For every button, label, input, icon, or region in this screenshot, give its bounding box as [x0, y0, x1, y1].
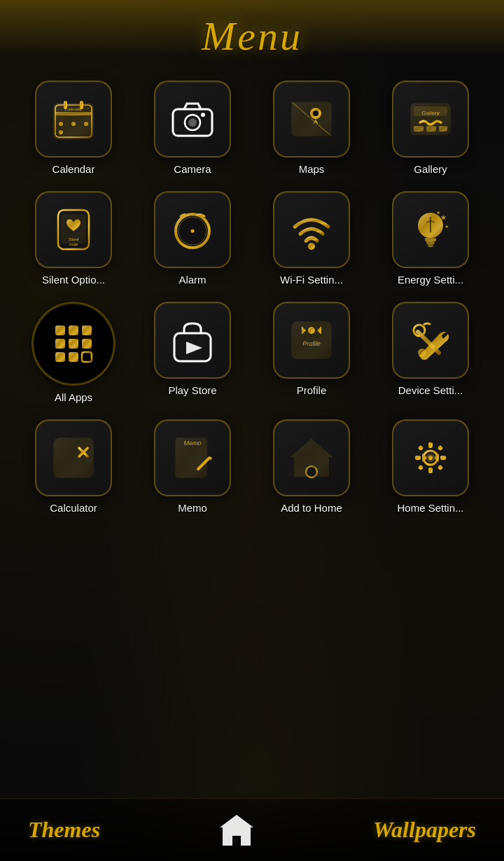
app-item-devicesettings[interactable]: Device Setti... [371, 295, 490, 412]
addtohome-icon-wrap [273, 419, 350, 496]
svg-rect-57 [55, 339, 65, 349]
svg-point-24 [313, 111, 318, 116]
svg-text:mode: mode [69, 242, 78, 246]
svg-rect-102 [418, 465, 424, 470]
homesettings-icon [405, 433, 456, 483]
svg-rect-58 [69, 339, 78, 349]
playstore-icon [167, 315, 218, 365]
app-item-energy[interactable]: ★ ★ ★ Energy Setti... [371, 184, 490, 295]
memo-label: Memo [178, 502, 207, 514]
app-item-wifi[interactable]: Wi-Fi Settin... [252, 184, 371, 295]
wifi-label: Wi-Fi Settin... [280, 274, 343, 286]
app-item-camera[interactable]: Camera [133, 74, 252, 184]
wallpapers-button[interactable]: Wallpapers [373, 817, 476, 843]
svg-point-45 [308, 243, 315, 250]
app-item-calculator[interactable]: Calculator [14, 412, 133, 523]
page-title: Menu [0, 0, 504, 66]
svg-point-17 [201, 113, 205, 117]
devicesettings-label: Device Setti... [398, 384, 463, 397]
svg-rect-54 [55, 326, 65, 335]
svg-rect-48 [426, 241, 435, 244]
addtohome-label: Add to Home [281, 502, 342, 514]
svg-point-70 [418, 349, 426, 357]
svg-rect-2 [55, 112, 92, 115]
svg-text:Silent: Silent [68, 237, 78, 241]
maps-label: Maps [299, 163, 325, 176]
silent-label: Silent Optio... [42, 274, 105, 286]
alarm-icon [167, 204, 218, 255]
svg-text:Calendar: Calendar [65, 107, 83, 111]
themes-button[interactable]: Themes [28, 817, 100, 843]
svg-text:★: ★ [440, 214, 447, 221]
calculator-icon-wrap [35, 419, 112, 496]
svg-marker-64 [186, 342, 202, 354]
app-item-silent[interactable]: Silent mode Silent Optio... [14, 184, 133, 295]
silent-icon: Silent mode [48, 204, 99, 255]
svg-text:★: ★ [444, 224, 449, 229]
allapps-label: All Apps [55, 391, 92, 404]
gallery-label: Gallery [414, 163, 447, 176]
app-item-memo[interactable]: Memo Memo [133, 412, 252, 523]
app-item-calendar[interactable]: Calendar Calendar [14, 74, 133, 184]
bottom-bar: Themes Wallpapers [0, 798, 504, 861]
calculator-label: Calculator [50, 502, 97, 514]
app-item-playstore[interactable]: Play Store [133, 295, 252, 412]
svg-rect-30 [439, 126, 447, 132]
app-item-maps[interactable]: Maps [252, 74, 371, 184]
all-apps-icon [48, 318, 99, 369]
homesettings-label: Home Settin... [397, 502, 463, 514]
calculator-icon [48, 433, 99, 483]
svg-rect-103 [438, 465, 443, 470]
all-apps-icon-wrap [31, 302, 115, 386]
svg-point-10 [59, 130, 63, 134]
app-item-addtohome[interactable]: Add to Home [252, 412, 371, 523]
svg-rect-101 [438, 445, 443, 451]
memo-icon-wrap: Memo [154, 419, 231, 496]
svg-point-44 [191, 230, 195, 233]
svg-point-106 [234, 839, 239, 844]
wifi-icon-wrap [273, 191, 350, 268]
app-item-allapps[interactable]: All Apps [14, 295, 133, 412]
camera-icon-wrap [154, 80, 231, 158]
svg-text:Profile: Profile [302, 340, 321, 347]
svg-text:Gallery: Gallery [421, 110, 440, 116]
svg-point-66 [308, 327, 315, 334]
maps-icon [286, 94, 337, 144]
alarm-icon-wrap [154, 191, 231, 268]
svg-point-16 [188, 118, 197, 127]
svg-rect-47 [425, 238, 436, 241]
camera-icon [167, 94, 218, 144]
svg-point-9 [84, 122, 88, 126]
home-icon [217, 811, 256, 850]
app-item-profile[interactable]: Profile Profile [252, 295, 371, 412]
alarm-label: Alarm [178, 274, 206, 286]
app-item-homesettings[interactable]: Home Settin... [371, 412, 490, 523]
profile-icon: Profile [286, 315, 337, 365]
addtohome-icon [286, 433, 337, 483]
svg-rect-61 [69, 352, 78, 362]
memo-icon: Memo [167, 433, 218, 483]
profile-label: Profile [297, 384, 327, 397]
camera-label: Camera [174, 163, 211, 176]
svg-rect-29 [426, 126, 436, 132]
svg-point-8 [71, 122, 76, 126]
svg-point-7 [59, 122, 63, 126]
apps-grid: Calendar Calendar Camera [0, 66, 504, 523]
energy-label: Energy Setti... [398, 274, 463, 286]
svg-rect-97 [428, 468, 433, 473]
svg-rect-49 [428, 244, 433, 247]
gallery-icon: Gallery [405, 94, 456, 144]
app-item-gallery[interactable]: Gallery Gallery [371, 74, 490, 184]
svg-rect-55 [69, 326, 78, 335]
svg-rect-56 [82, 326, 92, 335]
svg-point-104 [428, 456, 433, 460]
app-item-alarm[interactable]: Alarm [133, 184, 252, 295]
devicesettings-icon-wrap [392, 302, 469, 379]
svg-text:Memo: Memo [183, 440, 201, 447]
maps-icon-wrap [273, 80, 350, 158]
playstore-label: Play Store [168, 384, 216, 397]
calendar-icon: Calendar [48, 94, 99, 144]
wifi-icon [286, 204, 337, 255]
home-button[interactable] [216, 809, 258, 851]
svg-rect-62 [82, 352, 92, 362]
